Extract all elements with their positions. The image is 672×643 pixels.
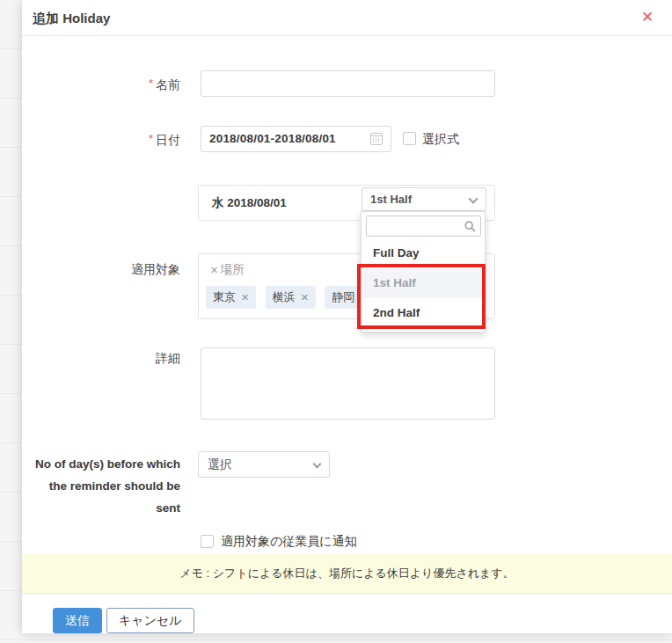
name-label: *名前 <box>22 70 180 97</box>
submit-button[interactable]: 送信 <box>53 608 102 633</box>
chip-label: 静岡 <box>332 290 354 303</box>
chip-label: 横浜 <box>273 290 296 303</box>
details-textarea[interactable] <box>201 347 495 420</box>
remove-icon[interactable]: ✕ <box>241 292 249 303</box>
note-banner: メモ : シフトによる休日は、場所による休日より優先されます。 <box>22 554 672 593</box>
dialog-title: 追加 Holiday <box>33 0 110 36</box>
dialog-header: 追加 Holiday ✕ <box>22 0 672 36</box>
dropdown-search-box <box>366 216 481 237</box>
reminder-label-line: sent <box>22 497 180 519</box>
reminder-days-select-value: 選択 <box>208 452 232 477</box>
add-holiday-dialog: 追加 Holiday ✕ *名前 *日付 2018/08/01-2018/08/… <box>22 0 672 633</box>
dialog-footer: 送信 キャンセル <box>22 593 672 633</box>
name-field-box <box>201 70 495 97</box>
name-label-text: 名前 <box>156 77 180 91</box>
chevron-down-icon <box>468 194 478 203</box>
chip-tokyo: 東京✕ <box>206 286 256 309</box>
half-day-select-value: 1st Half <box>370 188 412 210</box>
note-text: メモ : シフトによる休日は、場所による休日より優先されます。 <box>179 566 514 580</box>
date-label: *日付 <box>22 126 180 152</box>
remove-icon[interactable]: ✕ <box>301 292 309 303</box>
half-day-dropdown-panel: Full Day 1st Half 2nd Half <box>361 211 486 332</box>
calendar-icon[interactable] <box>370 133 383 145</box>
option-2nd-half[interactable]: 2nd Half <box>362 298 485 328</box>
required-asterisk: * <box>149 77 153 90</box>
name-input[interactable] <box>201 71 494 96</box>
chip-label: 東京 <box>213 290 236 303</box>
date-range-field[interactable]: 2018/08/01-2018/08/01 <box>201 126 391 152</box>
option-1st-half[interactable]: 1st Half <box>362 268 485 298</box>
reminder-label: No of day(s) before which the reminder s… <box>22 453 180 519</box>
details-label: 詳細 <box>22 347 180 369</box>
selectable-dates-label: 選択式 <box>422 126 459 152</box>
half-day-select[interactable]: 1st Half <box>362 187 486 211</box>
remove-icon[interactable]: ✕ <box>210 265 218 275</box>
selectable-dates-checkbox[interactable] <box>403 132 416 145</box>
option-full-day[interactable]: Full Day <box>362 238 485 268</box>
location-chips: 東京✕ 横浜✕ 静岡✕ <box>206 286 381 309</box>
search-icon <box>464 221 476 232</box>
reminder-label-line: the reminder should be <box>22 475 180 497</box>
date-label-text: 日付 <box>156 133 180 147</box>
reminder-label-line: No of day(s) before which <box>22 453 180 475</box>
required-asterisk: * <box>149 132 153 145</box>
day-text: 水 2018/08/01 <box>212 186 287 220</box>
reminder-days-select[interactable]: 選択 <box>198 451 330 478</box>
location-group-tag[interactable]: ✕場所 <box>210 262 245 278</box>
chevron-down-icon <box>313 460 322 469</box>
notify-employees-label: 適用対象の従業員に通知 <box>221 530 357 552</box>
applicable-label: 適用対象 <box>22 259 180 279</box>
date-range-value: 2018/08/01-2018/08/01 <box>209 127 336 151</box>
location-group-label: 場所 <box>220 262 245 276</box>
cancel-button[interactable]: キャンセル <box>106 608 194 633</box>
notify-employees-checkbox[interactable] <box>201 535 214 548</box>
dropdown-search-input[interactable] <box>367 216 480 236</box>
chip-yokohama: 横浜✕ <box>266 286 316 309</box>
close-icon[interactable]: ✕ <box>639 9 656 26</box>
